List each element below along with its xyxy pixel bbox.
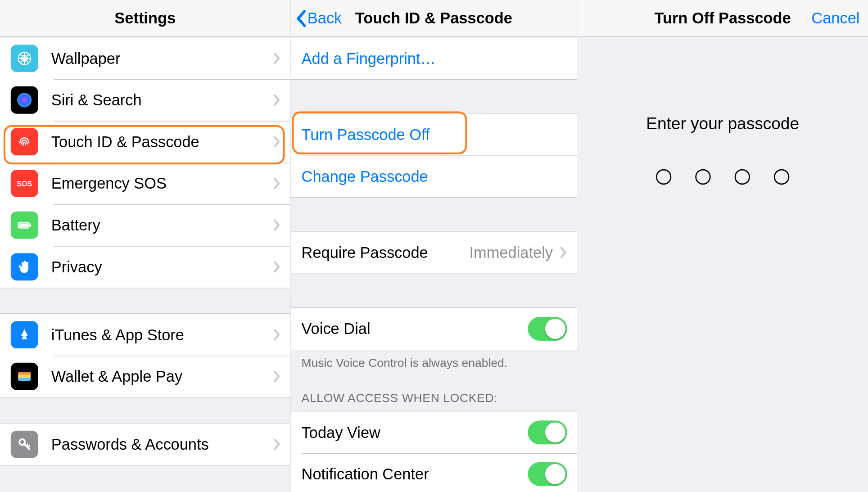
add-fingerprint-row[interactable]: Add a Fingerprint…	[291, 37, 577, 79]
group-spacer	[0, 398, 290, 423]
passcode-actions-group: Turn Passcode Off Change Passcode	[291, 113, 577, 198]
today-view-row[interactable]: Today View	[291, 411, 577, 453]
svg-text:SOS: SOS	[17, 180, 32, 188]
group-spacer	[291, 198, 577, 231]
back-label: Back	[307, 9, 342, 27]
passcode-entry-panel: Turn Off Passcode Cancel Enter your pass…	[577, 0, 868, 492]
navbar-settings: Settings	[0, 0, 290, 37]
settings-row-siri[interactable]: Siri & Search	[0, 79, 290, 121]
wallet-icon	[11, 363, 38, 390]
svg-rect-10	[18, 378, 31, 381]
passcode-dot	[774, 169, 789, 185]
require-passcode-row[interactable]: Require Passcode Immediately	[291, 232, 577, 274]
sos-icon: SOS	[11, 170, 38, 197]
change-passcode-row[interactable]: Change Passcode	[291, 155, 577, 197]
today-view-toggle[interactable]	[528, 420, 567, 444]
turn-passcode-off-row[interactable]: Turn Passcode Off	[291, 114, 577, 156]
settings-row-label: Privacy	[51, 257, 274, 276]
group-spacer	[291, 80, 577, 113]
chevron-right-icon	[273, 94, 280, 106]
svg-rect-8	[18, 372, 31, 375]
voice-dial-toggle[interactable]	[528, 317, 567, 341]
nav-title-settings: Settings	[114, 9, 176, 27]
settings-row-battery[interactable]: Battery	[0, 204, 290, 246]
cancel-button[interactable]: Cancel	[811, 9, 859, 27]
battery-icon	[11, 212, 38, 239]
settings-group-a: WallpaperSiri & SearchTouch ID & Passcod…	[0, 37, 290, 288]
wallpaper-icon	[11, 45, 38, 72]
voice-dial-label: Voice Dial	[302, 320, 528, 338]
change-passcode-label: Change Passcode	[302, 167, 567, 185]
key-icon	[11, 431, 38, 458]
voice-group: Voice Dial	[291, 307, 577, 350]
settings-row-label: iTunes & App Store	[51, 325, 274, 344]
svg-rect-6	[19, 223, 28, 226]
navbar-touchid: Back Touch ID & Passcode	[291, 0, 577, 37]
notification-center-toggle[interactable]	[528, 462, 567, 486]
appstore-icon	[11, 321, 38, 348]
settings-row-label: Wallpaper	[51, 49, 274, 68]
navbar-passcode: Turn Off Passcode Cancel	[577, 0, 868, 37]
svg-point-2	[17, 93, 32, 107]
chevron-right-icon	[273, 52, 280, 64]
svg-rect-5	[29, 223, 31, 226]
chevron-right-icon	[273, 261, 280, 273]
chevron-left-icon	[295, 9, 306, 27]
require-passcode-label: Require Passcode	[302, 244, 470, 262]
passcode-body: Enter your passcode	[577, 37, 868, 185]
chevron-right-icon	[273, 370, 280, 382]
settings-group-b: iTunes & App StoreWallet & Apple Pay	[0, 313, 290, 398]
group-spacer	[0, 288, 290, 313]
chevron-right-icon	[560, 247, 567, 258]
nav-title-touchid: Touch ID & Passcode	[355, 9, 512, 27]
settings-row-hand[interactable]: Privacy	[0, 246, 290, 288]
svg-rect-9	[18, 375, 31, 378]
settings-row-label: Wallet & Apple Pay	[51, 367, 274, 386]
turn-passcode-off-label: Turn Passcode Off	[302, 126, 567, 144]
settings-row-wallpaper[interactable]: Wallpaper	[0, 37, 290, 79]
voice-dial-row[interactable]: Voice Dial	[291, 308, 577, 350]
voice-footer: Music Voice Control is always enabled.	[291, 350, 577, 374]
passcode-dot	[695, 169, 710, 185]
require-passcode-value: Immediately	[470, 244, 553, 262]
passcode-dot	[735, 169, 750, 185]
notification-center-row[interactable]: Notification Center	[291, 453, 577, 492]
chevron-right-icon	[273, 219, 280, 231]
back-button[interactable]: Back	[295, 9, 342, 27]
settings-row-label: Battery	[51, 216, 274, 235]
settings-group-c: Passwords & Accounts	[0, 423, 290, 466]
chevron-right-icon	[273, 136, 280, 148]
add-fingerprint-label: Add a Fingerprint…	[302, 49, 567, 68]
settings-panel: Settings WallpaperSiri & SearchTouch ID …	[0, 0, 291, 492]
fingerprint-icon	[11, 128, 38, 155]
nav-title-passcode: Turn Off Passcode	[654, 9, 791, 27]
allow-access-header: ALLOW ACCESS WHEN LOCKED:	[291, 374, 577, 411]
hand-icon	[11, 253, 38, 280]
notification-center-label: Notification Center	[302, 465, 528, 483]
settings-row-label: Passwords & Accounts	[51, 435, 274, 454]
settings-row-sos[interactable]: SOSEmergency SOS	[0, 162, 290, 204]
group-spacer	[291, 274, 577, 307]
siri-icon	[11, 86, 38, 114]
today-view-label: Today View	[302, 423, 528, 442]
require-group: Require Passcode Immediately	[291, 231, 577, 274]
settings-row-appstore[interactable]: iTunes & App Store	[0, 314, 290, 356]
passcode-dots	[577, 169, 868, 185]
settings-row-wallet[interactable]: Wallet & Apple Pay	[0, 356, 290, 397]
touchid-panel: Back Touch ID & Passcode Add a Fingerpri…	[291, 0, 577, 492]
fingerprint-group: Add a Fingerprint…	[291, 37, 577, 80]
allow-access-group: Today View Notification Center	[291, 411, 577, 492]
settings-row-fingerprint[interactable]: Touch ID & Passcode	[0, 121, 290, 163]
passcode-prompt: Enter your passcode	[577, 114, 868, 133]
settings-row-label: Touch ID & Passcode	[51, 132, 274, 151]
passcode-dot	[656, 169, 671, 185]
settings-row-key[interactable]: Passwords & Accounts	[0, 424, 290, 465]
settings-row-label: Siri & Search	[51, 91, 274, 109]
chevron-right-icon	[273, 177, 280, 189]
settings-row-label: Emergency SOS	[51, 174, 274, 193]
chevron-right-icon	[273, 329, 280, 340]
chevron-right-icon	[273, 438, 280, 450]
